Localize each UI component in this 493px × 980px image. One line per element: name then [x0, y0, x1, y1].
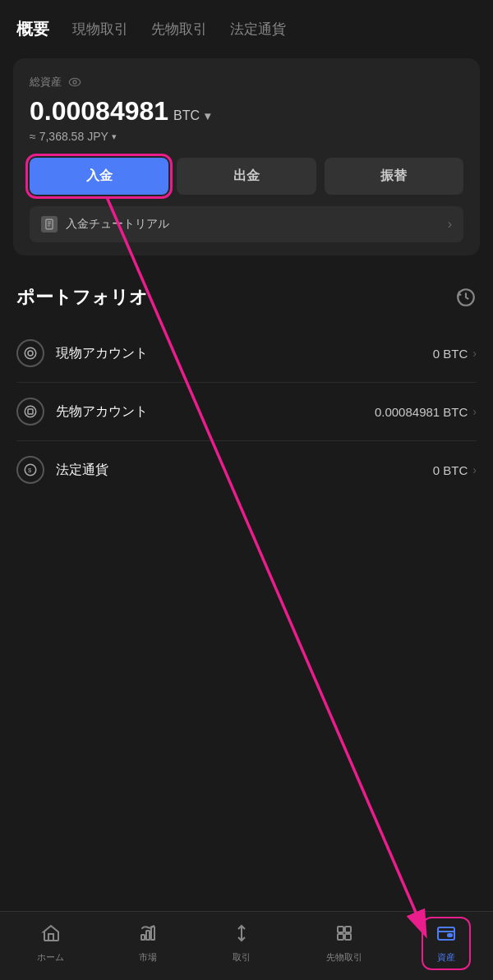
overview-card: 総資産 0.00084981 BTC ▾ ≈ 7,368.58 JPY ▾ 入金… — [13, 58, 480, 255]
nav-assets-item[interactable]: 資産 — [425, 920, 468, 967]
trade-arrows-icon — [232, 923, 251, 948]
tutorial-row[interactable]: 入金チュートリアル › — [30, 206, 463, 242]
nav-fiat[interactable]: 法定通貨 — [230, 16, 286, 42]
portfolio-item-fiat[interactable]: $ 法定通貨 0 BTC › — [16, 441, 477, 499]
fiat-account-icon: $ — [16, 456, 44, 484]
fiat-account-value: 0 BTC — [433, 463, 468, 477]
btc-value: 0.00084981 — [30, 96, 168, 127]
spot-account-chevron-icon: › — [472, 347, 477, 360]
nav-spot[interactable]: 現物取引 — [72, 16, 128, 42]
history-icon[interactable] — [455, 287, 477, 308]
withdraw-button[interactable]: 出金 — [177, 158, 316, 195]
wallet-icon — [436, 923, 456, 948]
top-navigation: 概要 現物取引 先物取引 法定通貨 — [0, 0, 493, 52]
svg-rect-17 — [151, 927, 154, 940]
svg-rect-22 — [345, 934, 351, 940]
spot-account-value: 0 BTC — [433, 347, 468, 361]
svg-point-1 — [73, 81, 76, 84]
svg-point-7 — [25, 347, 36, 359]
svg-point-8 — [28, 351, 33, 356]
portfolio-title: ポートフォリオ — [16, 285, 148, 310]
jpy-unit-chevron[interactable]: ▾ — [112, 131, 117, 142]
nav-futures[interactable]: 先物取引 — [151, 16, 207, 42]
btc-unit-chevron[interactable]: ▾ — [205, 109, 210, 122]
portfolio-header: ポートフォリオ — [16, 285, 477, 310]
home-icon — [41, 923, 61, 948]
total-assets-label: 総資産 — [30, 75, 463, 90]
chart-icon — [138, 923, 158, 948]
futures-icon — [334, 923, 354, 948]
jpy-value: 7,368.58 — [39, 130, 85, 143]
svg-rect-24 — [448, 934, 452, 936]
portfolio-section: ポートフォリオ 現物アカウント 0 BTC › — [0, 269, 493, 499]
jpy-unit: JPY — [87, 130, 108, 143]
spot-account-label: 現物アカウント — [56, 345, 148, 362]
futures-account-value: 0.00084981 BTC — [375, 405, 468, 419]
jpy-amount-display: ≈ 7,368.58 JPY ▾ — [30, 130, 463, 143]
tutorial-chevron-icon: › — [448, 217, 452, 232]
trade-label: 取引 — [233, 951, 251, 964]
fiat-account-label: 法定通貨 — [56, 462, 108, 479]
svg-rect-20 — [338, 934, 343, 940]
home-label: ホーム — [37, 951, 64, 964]
deposit-button[interactable]: 入金 — [30, 158, 168, 195]
btc-unit: BTC — [173, 108, 200, 123]
transfer-button[interactable]: 振替 — [325, 158, 463, 195]
jpy-approx-symbol: ≈ — [30, 130, 36, 143]
svg-point-0 — [69, 78, 80, 85]
futures-account-chevron-icon: › — [472, 405, 477, 418]
futures-account-icon — [16, 398, 44, 426]
nav-home-item[interactable]: ホーム — [25, 920, 76, 967]
svg-rect-19 — [338, 927, 343, 932]
tutorial-label: 入金チュートリアル — [66, 217, 169, 232]
nav-trade-item[interactable]: 取引 — [220, 920, 263, 967]
svg-point-9 — [25, 406, 36, 417]
nav-overview[interactable]: 概要 — [16, 15, 49, 44]
futures-account-label: 先物アカウント — [56, 403, 148, 421]
spot-account-icon — [16, 339, 44, 367]
tutorial-icon — [41, 216, 58, 232]
svg-rect-16 — [146, 931, 150, 940]
svg-rect-10 — [28, 409, 33, 414]
action-buttons-group: 入金 出金 振替 — [30, 158, 463, 195]
eye-icon[interactable] — [68, 76, 81, 89]
svg-text:$: $ — [28, 467, 32, 474]
portfolio-item-spot[interactable]: 現物アカウント 0 BTC › — [16, 324, 477, 383]
futures-label: 先物取引 — [326, 951, 362, 964]
portfolio-item-futures[interactable]: 先物アカウント 0.00084981 BTC › — [16, 383, 477, 441]
nav-market-item[interactable]: 市場 — [127, 920, 169, 967]
svg-rect-21 — [345, 927, 351, 932]
fiat-account-chevron-icon: › — [472, 463, 477, 476]
nav-futures-item[interactable]: 先物取引 — [315, 920, 374, 967]
btc-amount-display: 0.00084981 BTC ▾ — [30, 96, 463, 127]
svg-rect-15 — [141, 935, 145, 940]
bottom-navigation: ホーム 市場 取引 — [0, 911, 493, 980]
assets-label: 資産 — [437, 951, 455, 964]
market-label: 市場 — [139, 951, 157, 964]
